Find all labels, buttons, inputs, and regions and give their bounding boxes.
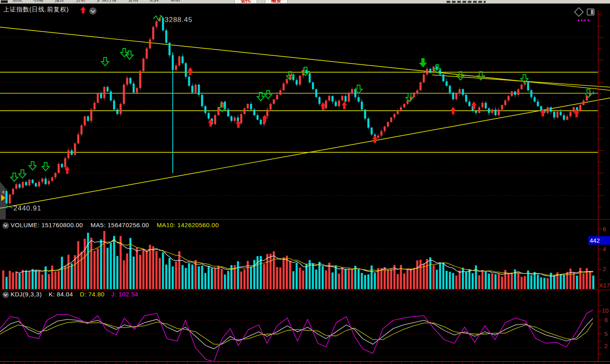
kdj-axis-label: 5 bbox=[604, 330, 608, 337]
menu-row: 系统功能报价分析扩展行情资讯工具帮助 bbox=[12, 0, 192, 3]
ma10-label: MA10: bbox=[157, 221, 176, 228]
topbar-clipped-text bbox=[447, 1, 486, 3]
volume-axis-label: 2 bbox=[603, 265, 606, 272]
trading-app-window: 系统功能报价分析扩展行情资讯工具帮助 委托 融资 上证指数(日线.前复权) 32… bbox=[0, 0, 610, 364]
kdj-indicator-label: KDJ(9,3,3) bbox=[11, 291, 42, 298]
menu-bar: 系统功能报价分析扩展行情资讯工具帮助 委托 融资 bbox=[0, 0, 610, 4]
kdj-axis-label: 10 bbox=[602, 307, 609, 314]
volume-value: 151760800.00 bbox=[42, 221, 83, 228]
app-icon bbox=[1, 0, 8, 3]
time-axis-ticks bbox=[4, 362, 595, 364]
d-value: 74.80 bbox=[88, 291, 105, 298]
volume-label: VOLUME: bbox=[11, 221, 40, 228]
chevron-down-icon bbox=[4, 223, 8, 227]
kdj-axis-label: 2 bbox=[604, 342, 608, 349]
menu-item-quotes[interactable]: 报价 bbox=[55, 0, 64, 2]
k-value: 84.04 bbox=[57, 291, 73, 298]
low-price-label: 2440.91 bbox=[13, 204, 41, 213]
trade-button[interactable]: 委托 bbox=[234, 0, 257, 3]
volume-ma5-line bbox=[16, 239, 593, 276]
candles-group bbox=[2, 17, 595, 209]
ma5-label: MA5: bbox=[90, 221, 106, 228]
signal-arrows bbox=[11, 48, 592, 182]
volume-scale-label: X17 bbox=[599, 282, 610, 289]
ma5-value: 156470256.00 bbox=[108, 221, 149, 228]
high-price-label: 3288.45 bbox=[165, 16, 192, 24]
main-gridlines bbox=[0, 37, 596, 195]
chevron-down-icon bbox=[90, 8, 95, 13]
price-callouts bbox=[7, 15, 164, 208]
menu-item-analysis[interactable]: 分析 bbox=[76, 0, 86, 2]
kdj-lines bbox=[0, 310, 593, 362]
volume-axis-label: 6 bbox=[603, 226, 606, 232]
volume-axis-label: 4 bbox=[603, 246, 606, 252]
kdj-gridlines bbox=[0, 311, 596, 357]
margin-button[interactable]: 融资 bbox=[265, 0, 288, 3]
menu-item-extended[interactable]: 扩展行情 bbox=[97, 0, 117, 2]
volume-bars bbox=[2, 231, 595, 289]
left-splitter-widget bbox=[0, 182, 6, 219]
chart-canvas[interactable] bbox=[0, 0, 610, 364]
collapse-volume-panel-button[interactable] bbox=[2, 222, 9, 229]
volume-current-badge: 442 bbox=[588, 236, 610, 245]
chevron-down-icon bbox=[4, 292, 8, 296]
menu-item-help[interactable]: 帮助 bbox=[170, 0, 180, 2]
j-value: 102.54 bbox=[119, 291, 139, 298]
collapse-main-panel-button[interactable] bbox=[89, 7, 97, 15]
layout-panel-icon[interactable] bbox=[587, 9, 595, 15]
volume-header: VOLUME: 151760800.00 MA5: 156470256.00 M… bbox=[11, 221, 225, 228]
ma10-value: 142620560.00 bbox=[177, 221, 219, 228]
menu-item-system[interactable]: 系统 bbox=[12, 0, 22, 2]
menu-item-tools[interactable]: 工具 bbox=[149, 0, 159, 2]
chart-title: 上证指数(日线.前复权) bbox=[3, 6, 69, 13]
drawing-dots-icon bbox=[578, 15, 591, 23]
kdj-header: KDJ(9,3,3) K: 84.04 D: 74.80 J: 102.54 bbox=[11, 291, 143, 298]
menu-item-news[interactable]: 资讯 bbox=[128, 0, 138, 2]
collapse-kdj-panel-button[interactable] bbox=[2, 292, 9, 298]
kdj-axis-label: 8 bbox=[604, 316, 608, 323]
menu-item-function[interactable]: 功能 bbox=[33, 0, 43, 2]
trend-up-icon bbox=[80, 7, 86, 14]
